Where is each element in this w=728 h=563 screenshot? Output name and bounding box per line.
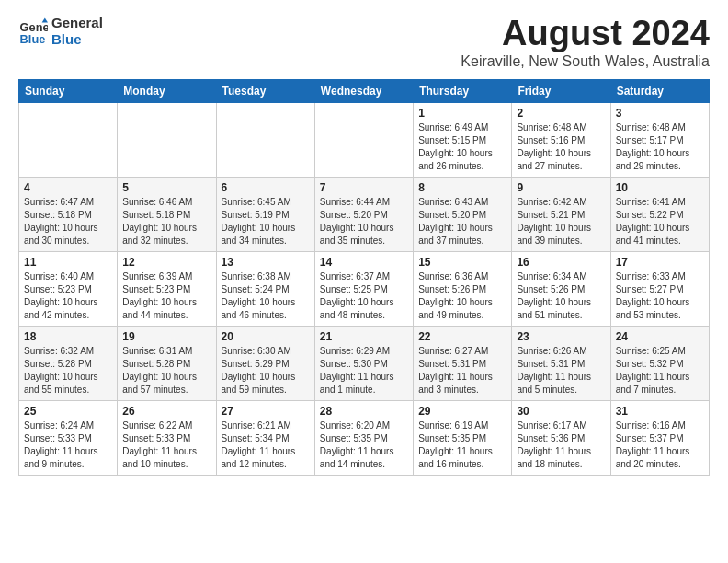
day-number: 29: [418, 405, 506, 418]
day-number: 3: [616, 107, 704, 120]
day-number: 6: [222, 181, 310, 194]
day-number: 12: [122, 256, 210, 269]
calendar-cell: 15Sunrise: 6:36 AM Sunset: 5:26 PM Dayli…: [414, 251, 512, 326]
day-info: Sunrise: 6:19 AM Sunset: 5:35 PM Dayligh…: [418, 419, 506, 471]
day-number: 30: [517, 405, 605, 418]
calendar-cell: 26Sunrise: 6:22 AM Sunset: 5:33 PM Dayli…: [118, 400, 216, 475]
day-number: 16: [517, 256, 605, 269]
day-info: Sunrise: 6:34 AM Sunset: 5:26 PM Dayligh…: [517, 270, 605, 322]
day-number: 11: [24, 256, 112, 269]
day-number: 15: [418, 256, 506, 269]
day-info: Sunrise: 6:46 AM Sunset: 5:18 PM Dayligh…: [122, 196, 210, 247]
day-number: 10: [616, 181, 704, 194]
calendar-cell: 13Sunrise: 6:38 AM Sunset: 5:24 PM Dayli…: [216, 251, 314, 326]
calendar-cell: 17Sunrise: 6:33 AM Sunset: 5:27 PM Dayli…: [610, 251, 709, 326]
calendar-cell: [118, 102, 216, 177]
weekday-header-sunday: Sunday: [19, 79, 118, 102]
day-number: 14: [320, 256, 408, 269]
day-info: Sunrise: 6:22 AM Sunset: 5:33 PM Dayligh…: [122, 419, 210, 471]
calendar-cell: 29Sunrise: 6:19 AM Sunset: 5:35 PM Dayli…: [414, 400, 512, 475]
day-info: Sunrise: 6:48 AM Sunset: 5:17 PM Dayligh…: [616, 121, 704, 173]
calendar-week-row: 4Sunrise: 6:47 AM Sunset: 5:18 PM Daylig…: [19, 177, 710, 251]
day-info: Sunrise: 6:17 AM Sunset: 5:36 PM Dayligh…: [517, 419, 605, 471]
calendar-cell: 30Sunrise: 6:17 AM Sunset: 5:36 PM Dayli…: [512, 400, 610, 475]
day-number: 31: [616, 405, 704, 418]
day-number: 20: [222, 330, 310, 343]
day-number: 13: [222, 256, 310, 269]
calendar-cell: 28Sunrise: 6:20 AM Sunset: 5:35 PM Dayli…: [314, 400, 413, 475]
weekday-header-tuesday: Tuesday: [216, 79, 314, 102]
day-info: Sunrise: 6:48 AM Sunset: 5:16 PM Dayligh…: [517, 121, 605, 173]
calendar-cell: 7Sunrise: 6:44 AM Sunset: 5:20 PM Daylig…: [314, 177, 413, 251]
calendar-cell: 10Sunrise: 6:41 AM Sunset: 5:22 PM Dayli…: [610, 177, 709, 251]
calendar-cell: 9Sunrise: 6:42 AM Sunset: 5:21 PM Daylig…: [512, 177, 610, 251]
page-header: General Blue General Blue August 2024 Ke…: [18, 15, 710, 70]
calendar-week-row: 1Sunrise: 6:49 AM Sunset: 5:15 PM Daylig…: [19, 102, 710, 177]
day-info: Sunrise: 6:36 AM Sunset: 5:26 PM Dayligh…: [418, 270, 506, 322]
calendar-cell: 24Sunrise: 6:25 AM Sunset: 5:32 PM Dayli…: [610, 326, 709, 400]
calendar-cell: 20Sunrise: 6:30 AM Sunset: 5:29 PM Dayli…: [216, 326, 314, 400]
calendar-cell: 19Sunrise: 6:31 AM Sunset: 5:28 PM Dayli…: [118, 326, 216, 400]
day-number: 25: [24, 405, 112, 418]
day-number: 19: [122, 330, 210, 343]
day-number: 27: [222, 405, 310, 418]
weekday-header-friday: Friday: [512, 79, 610, 102]
calendar-cell: 12Sunrise: 6:39 AM Sunset: 5:23 PM Dayli…: [118, 251, 216, 326]
day-number: 22: [418, 330, 506, 343]
calendar-cell: [216, 102, 314, 177]
calendar-cell: 5Sunrise: 6:46 AM Sunset: 5:18 PM Daylig…: [118, 177, 216, 251]
day-number: 1: [418, 107, 506, 120]
weekday-header-thursday: Thursday: [414, 79, 512, 102]
calendar-cell: 25Sunrise: 6:24 AM Sunset: 5:33 PM Dayli…: [19, 400, 118, 475]
day-info: Sunrise: 6:27 AM Sunset: 5:31 PM Dayligh…: [418, 345, 506, 396]
day-number: 7: [320, 181, 408, 194]
calendar-cell: 8Sunrise: 6:43 AM Sunset: 5:20 PM Daylig…: [414, 177, 512, 251]
calendar-cell: 1Sunrise: 6:49 AM Sunset: 5:15 PM Daylig…: [414, 102, 512, 177]
day-info: Sunrise: 6:44 AM Sunset: 5:20 PM Dayligh…: [320, 196, 408, 247]
day-number: 23: [517, 330, 605, 343]
day-info: Sunrise: 6:21 AM Sunset: 5:34 PM Dayligh…: [222, 419, 310, 471]
day-info: Sunrise: 6:41 AM Sunset: 5:22 PM Dayligh…: [616, 196, 704, 247]
weekday-header-monday: Monday: [118, 79, 216, 102]
logo: General Blue General Blue: [18, 15, 103, 48]
day-info: Sunrise: 6:45 AM Sunset: 5:19 PM Dayligh…: [222, 196, 310, 247]
calendar-cell: 16Sunrise: 6:34 AM Sunset: 5:26 PM Dayli…: [512, 251, 610, 326]
day-number: 21: [320, 330, 408, 343]
day-number: 26: [122, 405, 210, 418]
location-subtitle: Keiraville, New South Wales, Australia: [461, 53, 710, 70]
day-info: Sunrise: 6:39 AM Sunset: 5:23 PM Dayligh…: [122, 270, 210, 322]
calendar-cell: 14Sunrise: 6:37 AM Sunset: 5:25 PM Dayli…: [314, 251, 413, 326]
calendar-cell: 27Sunrise: 6:21 AM Sunset: 5:34 PM Dayli…: [216, 400, 314, 475]
calendar-title-area: August 2024 Keiraville, New South Wales,…: [461, 15, 710, 70]
day-number: 2: [517, 107, 605, 120]
calendar-cell: [19, 102, 118, 177]
calendar-cell: 6Sunrise: 6:45 AM Sunset: 5:19 PM Daylig…: [216, 177, 314, 251]
day-info: Sunrise: 6:20 AM Sunset: 5:35 PM Dayligh…: [320, 419, 408, 471]
calendar-cell: 21Sunrise: 6:29 AM Sunset: 5:30 PM Dayli…: [314, 326, 413, 400]
day-info: Sunrise: 6:26 AM Sunset: 5:31 PM Dayligh…: [517, 345, 605, 396]
day-number: 5: [122, 181, 210, 194]
day-info: Sunrise: 6:32 AM Sunset: 5:28 PM Dayligh…: [24, 345, 112, 396]
day-info: Sunrise: 6:25 AM Sunset: 5:32 PM Dayligh…: [616, 345, 704, 396]
weekday-header-wednesday: Wednesday: [314, 79, 413, 102]
weekday-header-row: SundayMondayTuesdayWednesdayThursdayFrid…: [19, 79, 710, 102]
calendar-table: SundayMondayTuesdayWednesdayThursdayFrid…: [18, 79, 710, 476]
day-number: 28: [320, 405, 408, 418]
calendar-cell: 18Sunrise: 6:32 AM Sunset: 5:28 PM Dayli…: [19, 326, 118, 400]
day-number: 17: [616, 256, 704, 269]
calendar-cell: 22Sunrise: 6:27 AM Sunset: 5:31 PM Dayli…: [414, 326, 512, 400]
logo-line1: General: [51, 15, 103, 31]
day-info: Sunrise: 6:38 AM Sunset: 5:24 PM Dayligh…: [222, 270, 310, 322]
calendar-cell: 3Sunrise: 6:48 AM Sunset: 5:17 PM Daylig…: [610, 102, 709, 177]
month-year-title: August 2024: [461, 15, 710, 53]
calendar-week-row: 25Sunrise: 6:24 AM Sunset: 5:33 PM Dayli…: [19, 400, 710, 475]
day-number: 4: [24, 181, 112, 194]
calendar-cell: 23Sunrise: 6:26 AM Sunset: 5:31 PM Dayli…: [512, 326, 610, 400]
day-info: Sunrise: 6:43 AM Sunset: 5:20 PM Dayligh…: [418, 196, 506, 247]
calendar-cell: 31Sunrise: 6:16 AM Sunset: 5:37 PM Dayli…: [610, 400, 709, 475]
calendar-cell: 11Sunrise: 6:40 AM Sunset: 5:23 PM Dayli…: [19, 251, 118, 326]
weekday-header-saturday: Saturday: [610, 79, 709, 102]
day-info: Sunrise: 6:30 AM Sunset: 5:29 PM Dayligh…: [222, 345, 310, 396]
day-number: 24: [616, 330, 704, 343]
day-info: Sunrise: 6:24 AM Sunset: 5:33 PM Dayligh…: [24, 419, 112, 471]
